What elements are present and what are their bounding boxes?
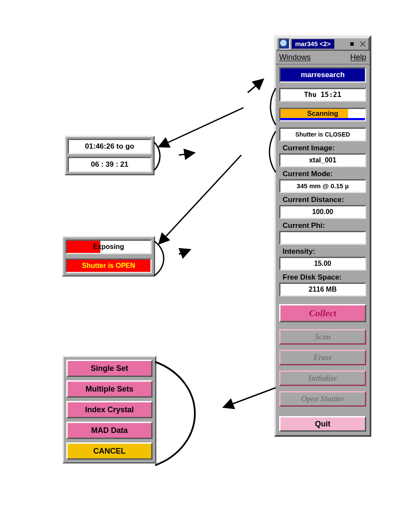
erase-button[interactable]: Erase (279, 350, 366, 365)
menu-windows[interactable]: Windows (279, 53, 311, 62)
label-disk: Free Disk Space: (279, 271, 366, 283)
current-mode-field: 345 mm @ 0.15 µ (279, 179, 366, 193)
minimize-icon[interactable] (350, 42, 354, 46)
shutter-closed-field: Shutter is CLOSED (279, 128, 366, 141)
time-popup: 01:46:26 to go 06 : 39 : 21 (65, 136, 155, 175)
expose-popup: Exposing Shutter is OPEN (62, 236, 155, 277)
expose-progress-label: Exposing (67, 241, 150, 253)
app-icon (279, 38, 290, 50)
label-distance: Current Distance: (279, 193, 366, 205)
brand-banner: marresearch (279, 67, 366, 83)
collect-button[interactable]: Collect (279, 304, 366, 322)
scan-progress: Scanning (279, 108, 366, 121)
shutter-open-field: Shutter is OPEN (65, 258, 152, 273)
label-phi: Current Phi: (279, 219, 366, 231)
window-title: mar345 <2> (292, 39, 334, 49)
current-phi-field (279, 231, 366, 245)
label-image: Current Image: (279, 141, 366, 153)
mad-data-button[interactable]: MAD Data (66, 422, 153, 439)
time-remaining-field: 01:46:26 to go (68, 139, 152, 154)
expose-progress: Exposing (65, 240, 152, 254)
initialize-button[interactable]: Initialize (279, 370, 366, 386)
single-set-button[interactable]: Single Set (66, 360, 153, 377)
scan-progress-label: Scanning (280, 109, 365, 118)
menubar: Windows Help (276, 51, 370, 65)
scan-button[interactable]: Scan (279, 329, 366, 345)
menu-help[interactable]: Help (350, 53, 366, 62)
label-intensity: Intensity: (279, 245, 366, 257)
time-elapsed-field: 06 : 39 : 21 (68, 157, 152, 172)
cancel-button[interactable]: CANCEL (66, 442, 153, 460)
open-shutter-button[interactable]: Open Shutter (279, 391, 366, 407)
disk-space-field: 2116 MB (279, 283, 366, 296)
intensity-field: 15.00 (279, 257, 366, 271)
app-window: mar345 <2> Windows Help marresearch Thu … (274, 35, 371, 437)
titlebar[interactable]: mar345 <2> (276, 37, 370, 51)
close-icon[interactable] (358, 39, 367, 49)
collect-submenu: Single Set Multiple Sets Index Crystal M… (62, 356, 156, 464)
quit-button[interactable]: Quit (279, 416, 366, 432)
current-image-field: xtal_001 (279, 153, 366, 167)
multiple-sets-button[interactable]: Multiple Sets (66, 380, 153, 398)
current-distance-field: 100.00 (279, 205, 366, 219)
datetime-field: Thu 15:21 (279, 88, 366, 102)
index-crystal-button[interactable]: Index Crystal (66, 401, 153, 418)
label-mode: Current Mode: (279, 167, 366, 179)
